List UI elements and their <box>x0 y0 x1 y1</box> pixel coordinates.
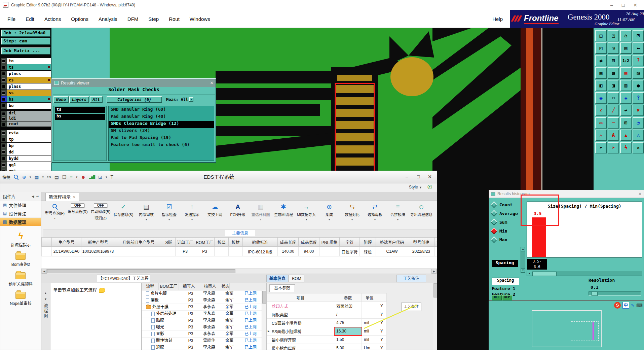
toolbar-button[interactable]: ⇄ <box>595 55 607 66</box>
toolbar-button[interactable]: ⊞ <box>620 117 632 129</box>
param-value[interactable]: / <box>334 310 362 319</box>
layers-button[interactable]: Layers <box>69 96 89 103</box>
param-row[interactable]: 最小挖角厚度 5.00 Um Y <box>267 344 387 350</box>
column-header[interactable]: 成品长度 <box>278 238 299 247</box>
dropdown-icon[interactable]: ▾ <box>374 218 376 221</box>
menu-item[interactable]: DFM <box>127 16 139 22</box>
param-value[interactable]: 16.30 <box>334 327 362 336</box>
menu-item[interactable]: Rout <box>169 16 180 22</box>
flow-step-name[interactable]: 贴膜 <box>142 317 182 324</box>
toolbar-button[interactable]: ▨ <box>633 67 644 79</box>
column-header[interactable]: 验收标准 <box>243 238 278 247</box>
param-row[interactable]: SS面最小阻焊桥 16.30 mil Y <box>267 327 387 336</box>
flow-row[interactable]: 显影 P3 李永森 余军 已上网 <box>142 331 266 338</box>
close-button[interactable]: ✕ <box>424 172 435 181</box>
flow-column-header[interactable]: 编写人 <box>179 283 199 290</box>
histogram-scrollbar[interactable]: ◀ <box>527 271 642 276</box>
tab-close-icon[interactable]: × <box>73 195 76 200</box>
column-header[interactable]: 型号创建 <box>408 238 434 247</box>
horizontal-scrollbar[interactable]: ◀ ▶ <box>41 269 437 274</box>
layer-visibility-icon[interactable] <box>1 64 7 70</box>
dropdown-icon[interactable]: ▾ <box>106 175 107 179</box>
toolbar-button[interactable]: ▥ <box>620 80 632 91</box>
layer-visibility-icon[interactable] <box>1 71 7 77</box>
layer-visibility-icon[interactable] <box>1 83 7 90</box>
layer-visibility-icon[interactable] <box>1 162 7 168</box>
param-value[interactable]: 1.50 <box>334 336 362 344</box>
results-category-item[interactable]: SM slivers (24) <box>109 128 214 135</box>
menu-help[interactable]: Help <box>492 10 503 28</box>
toolbar-button[interactable]: ▭ <box>595 117 607 129</box>
ribbon-button[interactable]: ☁ 文技上网 <box>203 203 226 217</box>
results-layer-item[interactable]: ts <box>55 107 105 113</box>
results-layer-item[interactable]: bs <box>55 114 105 120</box>
flow-step-name[interactable]: 磨板 <box>142 297 182 304</box>
column-header[interactable]: 阻焊 <box>360 238 376 247</box>
rep-button[interactable]: REP <box>502 295 512 301</box>
param-value[interactable]: 双面丝印 <box>334 302 362 310</box>
column-header[interactable]: PNL规格 <box>319 238 340 247</box>
layer-row[interactable]: bp <box>1 143 51 149</box>
scroll-thumb[interactable] <box>47 269 235 273</box>
param-column-header[interactable]: 单位 <box>362 293 377 302</box>
toolbar-button[interactable]: ⌂ <box>620 30 632 41</box>
param-value[interactable]: 5.00 <box>334 344 362 350</box>
library-tool[interactable]: 预审关键物料 <box>8 272 33 286</box>
dropdown-icon[interactable]: ▾ <box>191 218 193 221</box>
scroll-left-icon[interactable]: ◀ <box>527 271 532 276</box>
dropdown-icon[interactable]: ▾ <box>30 175 31 179</box>
results-category-item[interactable]: Feature too small to check (6) <box>109 142 214 149</box>
library-tool[interactable]: Nope单审核 <box>10 292 32 306</box>
dropdown-icon[interactable]: ▾ <box>76 175 78 179</box>
flow-column-header[interactable]: 流程 <box>142 283 159 290</box>
job-matrix-button[interactable]: Job Matrix ... <box>1 47 50 55</box>
toolbar-button[interactable]: ◨ <box>608 80 619 91</box>
toolbar-button[interactable]: ◱ <box>595 30 607 41</box>
toolbar-button[interactable]: ➤ <box>608 142 619 153</box>
toolbar-button[interactable]: △ <box>633 130 644 141</box>
histogram-bar[interactable] <box>532 217 546 257</box>
scroll-down-icon[interactable]: ▼ <box>521 268 525 273</box>
toolbar-button[interactable]: ◧ <box>595 80 607 91</box>
ribbon-button[interactable]: ≡ 合拼模块 ▾ <box>386 203 409 221</box>
layer-name[interactable]: ss <box>7 90 51 96</box>
ribbon-button[interactable]: ✓ 保存信息(S) <box>112 203 135 217</box>
layer-row[interactable]: ts <box>1 64 51 70</box>
layer-name[interactable]: cvia <box>7 130 51 136</box>
layer-name[interactable]: ts <box>7 64 51 70</box>
toolbar-button[interactable]: ✕ <box>633 142 644 153</box>
ribbon-button[interactable]: A ECN升级 <box>226 203 249 217</box>
close-button[interactable]: ✕ <box>633 2 637 8</box>
layer-visibility-icon[interactable] <box>1 96 7 102</box>
column-header[interactable]: 终端客户代码 <box>376 238 408 247</box>
stat-option[interactable]: Average <box>492 209 518 218</box>
toolbar-button[interactable]: ✚ <box>620 92 632 104</box>
dropdown-icon[interactable]: ▾ <box>397 218 399 221</box>
flow-row[interactable]: 退膜 P3 李永森 余军 已上网 <box>142 344 266 350</box>
flow-step-name[interactable]: 酸性蚀刻 <box>142 338 182 344</box>
dropdown-icon[interactable]: ▾ <box>189 97 193 102</box>
dropdown-icon[interactable]: ▾ <box>168 218 170 221</box>
main-info-tab[interactable]: 主要信息 <box>225 230 255 237</box>
dropdown-icon[interactable]: ▾ <box>306 218 307 221</box>
library-item[interactable]: ▤ 设计算法 <box>0 209 41 218</box>
layer-row[interactable]: cs <box>1 77 51 83</box>
layer-visibility-icon[interactable] <box>1 77 7 83</box>
tab-process-flow[interactable]: 【2C1AW05DA0】工艺流程 <box>97 275 150 282</box>
layer-name[interactable]: hydd <box>7 155 51 162</box>
layer-name[interactable]: bo <box>7 103 51 109</box>
maximize-button[interactable]: □ <box>413 172 424 181</box>
param-row[interactable]: 网板类型 / Y <box>267 310 387 319</box>
layer-name[interactable]: drl <box>7 111 51 116</box>
menu-item[interactable]: Actions <box>44 16 61 22</box>
layer-name[interactable]: plnss <box>7 83 51 90</box>
spacing-button[interactable]: Spacing <box>492 278 519 285</box>
layer-row[interactable]: rout <box>1 121 51 127</box>
scroll-right-icon[interactable]: ▶ <box>431 269 437 274</box>
flow-step-name[interactable]: 外层前处理 <box>142 311 182 317</box>
layer-name[interactable]: gg1 <box>7 162 51 168</box>
close-icon[interactable]: ✕ <box>638 191 642 196</box>
layer-name[interactable]: dd <box>7 149 51 155</box>
menu-item[interactable]: File <box>7 16 15 22</box>
flow-scrollbar[interactable] <box>262 290 266 350</box>
